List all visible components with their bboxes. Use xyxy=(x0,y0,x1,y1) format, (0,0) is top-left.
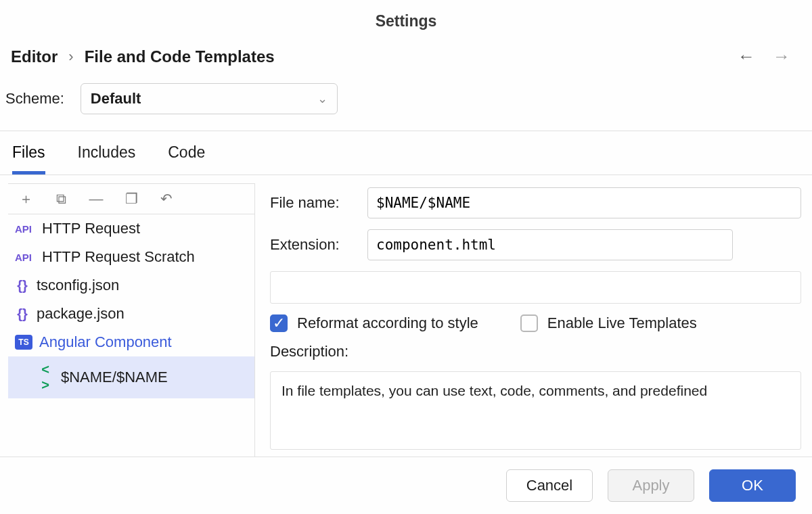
filename-row: File name: xyxy=(270,187,801,218)
remove-icon[interactable]: — xyxy=(88,191,104,207)
extension-row: Extension: xyxy=(270,229,801,260)
options-row: ✓ Reformat according to style Enable Liv… xyxy=(270,314,801,332)
add-icon[interactable]: ＋ xyxy=(18,191,34,207)
live-templates-label: Enable Live Templates xyxy=(547,314,697,332)
template-detail: File name: Extension: ✓ Reformat accordi… xyxy=(255,175,812,457)
list-item[interactable]: {} tsconfig.json xyxy=(8,271,254,300)
reformat-label: Reformat according to style xyxy=(297,314,478,332)
filename-label: File name: xyxy=(270,194,358,212)
tab-code[interactable]: Code xyxy=(168,143,205,174)
list-item-angular-component[interactable]: TS Angular Component xyxy=(8,328,254,356)
json-icon: {} xyxy=(15,306,30,322)
nav-back-icon[interactable]: ← xyxy=(738,46,755,67)
cancel-button[interactable]: Cancel xyxy=(506,469,593,502)
list-item-label: package.json xyxy=(37,305,125,323)
scheme-row: Scheme: Default ⌄ xyxy=(0,83,812,131)
template-editor[interactable] xyxy=(270,271,801,304)
settings-window: Settings Editor › File and Code Template… xyxy=(0,0,812,514)
list-item-label: HTTP Request Scratch xyxy=(42,248,195,266)
tab-files[interactable]: Files xyxy=(12,143,45,174)
list-item[interactable]: API HTTP Request Scratch xyxy=(8,243,254,271)
list-item[interactable]: API HTTP Request xyxy=(8,214,254,243)
apply-button[interactable]: Apply xyxy=(608,469,694,502)
api-icon: API xyxy=(15,252,35,263)
breadcrumb-root[interactable]: Editor xyxy=(11,47,58,66)
list-item-label: $NAME/$NAME xyxy=(61,369,168,386)
window-title: Settings xyxy=(0,0,812,42)
live-templates-checkbox[interactable]: Enable Live Templates xyxy=(520,314,697,332)
breadcrumb-page: File and Code Templates xyxy=(85,47,275,66)
tabs: Files Includes Code xyxy=(0,131,812,175)
chevron-down-icon: ⌄ xyxy=(317,91,328,106)
sidebar-toolbar: ＋ ⧉ — ❐ ↶ xyxy=(8,184,254,214)
scheme-value: Default xyxy=(91,90,141,108)
breadcrumb: Editor › File and Code Templates xyxy=(11,47,275,66)
scheme-label: Scheme: xyxy=(5,90,64,108)
copy-template-icon[interactable]: ⧉ xyxy=(53,191,69,207)
angle-brackets-icon: < > xyxy=(37,362,54,393)
undo-icon[interactable]: ↶ xyxy=(158,191,175,207)
extension-input[interactable] xyxy=(367,229,733,260)
template-sidebar: ＋ ⧉ — ❐ ↶ API HTTP Request API HTTP Requ… xyxy=(8,183,255,457)
ts-icon: TS xyxy=(15,335,32,350)
description-box: In file templates, you can use text, cod… xyxy=(270,371,801,450)
dialog-footer: Cancel Apply OK xyxy=(0,457,812,514)
reformat-checkbox[interactable]: ✓ Reformat according to style xyxy=(270,314,478,332)
tab-includes[interactable]: Includes xyxy=(78,143,136,174)
list-item[interactable]: {} package.json xyxy=(8,300,254,328)
nav-arrows: ← → xyxy=(738,46,801,67)
json-icon: {} xyxy=(15,278,30,294)
template-list: API HTTP Request API HTTP Request Scratc… xyxy=(8,214,254,457)
duplicate-icon[interactable]: ❐ xyxy=(123,191,139,207)
list-item-label: tsconfig.json xyxy=(37,277,119,294)
scheme-select[interactable]: Default ⌄ xyxy=(81,83,338,114)
nav-forward-icon[interactable]: → xyxy=(773,46,790,67)
api-icon: API xyxy=(15,223,35,235)
checkbox-unchecked-icon xyxy=(520,314,538,332)
filename-input[interactable] xyxy=(367,187,801,218)
checkbox-checked-icon: ✓ xyxy=(270,314,288,332)
breadcrumb-separator-icon: › xyxy=(68,48,73,66)
ok-button[interactable]: OK xyxy=(709,469,796,502)
list-item-label: HTTP Request xyxy=(42,220,140,237)
content: ＋ ⧉ — ❐ ↶ API HTTP Request API HTTP Requ… xyxy=(0,175,812,457)
description-label: Description: xyxy=(270,343,801,360)
list-item-label: Angular Component xyxy=(39,333,172,351)
extension-label: Extension: xyxy=(270,236,358,254)
breadcrumb-row: Editor › File and Code Templates ← → xyxy=(0,42,812,83)
list-item-child-template[interactable]: < > $NAME/$NAME xyxy=(8,356,254,398)
